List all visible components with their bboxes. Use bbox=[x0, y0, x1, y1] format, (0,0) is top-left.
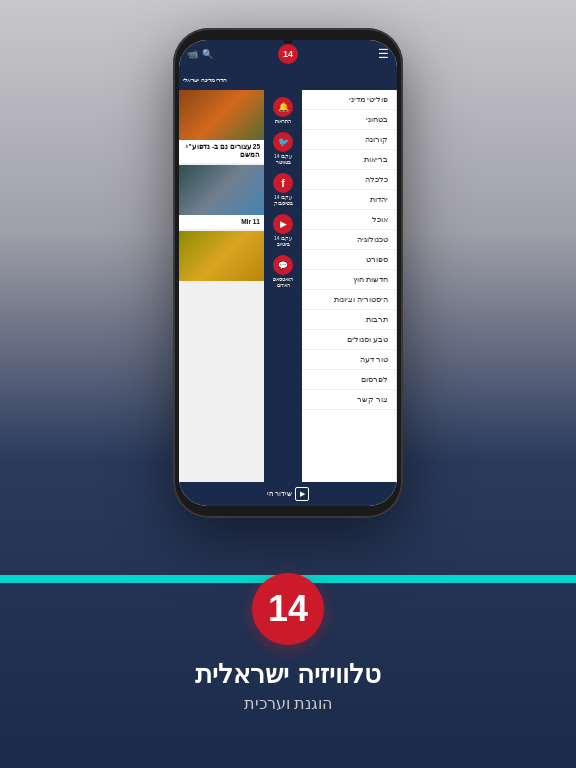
news-image-1 bbox=[179, 90, 264, 140]
live-label: שידור חי bbox=[267, 490, 293, 498]
news-top-banner: חדרי מדינה ישראלי bbox=[179, 68, 397, 90]
search-icon[interactable]: 🔍 bbox=[202, 49, 213, 59]
news-item-1[interactable]: 25 עצורים נם ב- נדפו ע"י המשם bbox=[179, 90, 264, 163]
news-item-3[interactable] bbox=[179, 231, 264, 281]
sidebar-item-13[interactable]: טור דעה bbox=[302, 350, 396, 370]
sidebar-item-4[interactable]: כלכלה bbox=[302, 170, 396, 190]
social-whatsapp[interactable]: 💬 הוואטסאפ האדום bbox=[267, 252, 299, 291]
social-whatsapp-label: הוואטסאפ האדום bbox=[269, 276, 297, 288]
sidebar-item-7[interactable]: טכנולוגיה bbox=[302, 230, 396, 250]
social-youtube[interactable]: ▶ עקבו 14 ביוטיוב bbox=[267, 211, 299, 250]
app-screen: ☰ 14 🔍 📹 חדרי מדינה ישראלי פוליטי מדיני … bbox=[179, 40, 397, 506]
sidebar-item-5[interactable]: יהדות bbox=[302, 190, 396, 210]
play-icon: ▶ bbox=[295, 487, 309, 501]
phone-screen: ☰ 14 🔍 📹 חדרי מדינה ישראלי פוליטי מדיני … bbox=[179, 40, 397, 506]
app-logo[interactable]: 14 bbox=[278, 44, 298, 64]
news-headline-1: 25 עצורים נם ב- נדפו ע"י המשם bbox=[179, 140, 264, 163]
sidebar: פוליטי מדיני בטחוני קורונה בריאות כלכלה … bbox=[302, 90, 397, 482]
main-content: פוליטי מדיני בטחוני קורונה בריאות כלכלה … bbox=[179, 90, 397, 482]
social-panel: 🔔 התראות 🐦 עקבו 14 בטוויטר f עקבו 14 בפי… bbox=[264, 90, 302, 482]
sidebar-item-15[interactable]: צור קשר bbox=[302, 390, 396, 410]
sidebar-item-2[interactable]: קורונה bbox=[302, 130, 396, 150]
social-facebook[interactable]: f עקבו 14 בפייסבוק bbox=[267, 170, 299, 209]
social-twitter[interactable]: 🐦 עקבו 14 בטוויטר bbox=[267, 129, 299, 168]
bottom-bar: ▶ שידור חי bbox=[179, 482, 397, 506]
news-headline-2: MIr 11 bbox=[179, 215, 264, 229]
sidebar-item-10[interactable]: היסטוריה וציונות bbox=[302, 290, 396, 310]
top-news-text: חדרי מדינה ישראלי bbox=[183, 76, 227, 83]
sidebar-item-6[interactable]: אוכל bbox=[302, 210, 396, 230]
social-facebook-label: עקבו 14 בפייסבוק bbox=[269, 194, 297, 206]
bottom-subtitle: הוגנת וערכית bbox=[244, 694, 332, 713]
sidebar-item-14[interactable]: לפרסום bbox=[302, 370, 396, 390]
social-notifications-label: התראות bbox=[275, 118, 291, 124]
bell-icon: 🔔 bbox=[273, 97, 293, 117]
live-bar[interactable]: ▶ שידור חי bbox=[267, 487, 310, 501]
sidebar-item-12[interactable]: טבע וסגולים bbox=[302, 330, 396, 350]
social-youtube-label: עקבו 14 ביוטיוב bbox=[269, 235, 297, 247]
menu-icon[interactable]: ☰ bbox=[378, 47, 389, 61]
phone-frame: ☰ 14 🔍 📹 חדרי מדינה ישראלי פוליטי מדיני … bbox=[173, 28, 403, 518]
bottom-logo: 14 bbox=[252, 573, 324, 645]
social-twitter-label: עקבו 14 בטוויטר bbox=[269, 153, 297, 165]
video-icon[interactable]: 📹 bbox=[187, 49, 198, 59]
social-notifications[interactable]: 🔔 התראות bbox=[267, 94, 299, 127]
app-header: ☰ 14 🔍 📹 bbox=[179, 40, 397, 68]
news-item-2[interactable]: MIr 11 bbox=[179, 165, 264, 229]
youtube-icon: ▶ bbox=[273, 214, 293, 234]
sidebar-item-0[interactable]: פוליטי מדיני bbox=[302, 90, 396, 110]
whatsapp-icon: 💬 bbox=[273, 255, 293, 275]
facebook-icon: f bbox=[273, 173, 293, 193]
news-image-3 bbox=[179, 231, 264, 281]
sidebar-item-11[interactable]: תרבות bbox=[302, 310, 396, 330]
bottom-title: טלוויזיה ישראלית bbox=[195, 659, 380, 690]
sidebar-item-8[interactable]: ספורט bbox=[302, 250, 396, 270]
bottom-section: 14 טלוויזיה ישראלית הוגנת וערכית bbox=[0, 538, 576, 768]
camera-notch bbox=[282, 32, 294, 44]
sidebar-item-3[interactable]: בריאות bbox=[302, 150, 396, 170]
news-image-2 bbox=[179, 165, 264, 215]
twitter-icon: 🐦 bbox=[273, 132, 293, 152]
news-feed: 25 עצורים נם ב- נדפו ע"י המשם MIr 11 bbox=[179, 90, 264, 482]
sidebar-item-1[interactable]: בטחוני bbox=[302, 110, 396, 130]
sidebar-item-9[interactable]: חדשות חוץ bbox=[302, 270, 396, 290]
header-right-icons: 🔍 📹 bbox=[187, 49, 213, 59]
